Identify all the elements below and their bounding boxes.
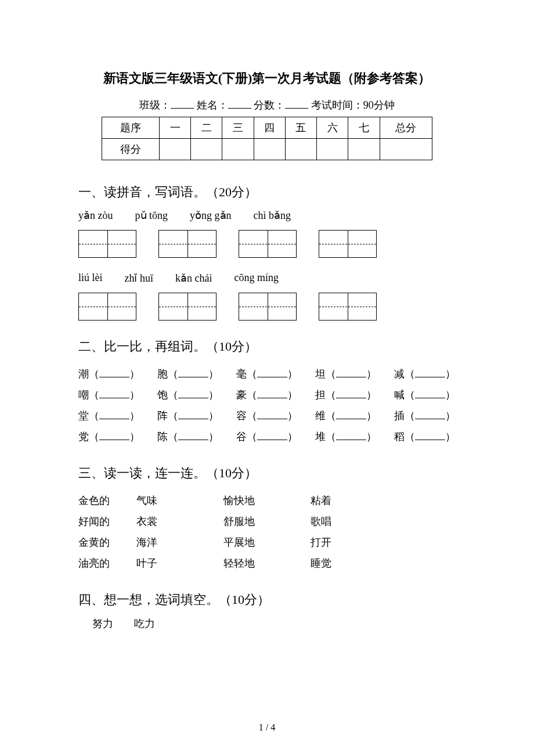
score-cell[interactable]	[380, 139, 432, 160]
class-label: 班级：	[139, 99, 171, 111]
char: 陈	[157, 431, 168, 442]
pinyin: yǎn zòu	[78, 209, 113, 222]
score-cell[interactable]	[348, 139, 380, 160]
char: 堆	[315, 431, 326, 442]
fill-blank[interactable]	[178, 429, 208, 440]
match-word: 好闻的	[78, 511, 136, 532]
char: 坦	[315, 368, 326, 380]
char: 谷	[236, 431, 247, 442]
char: 容	[236, 410, 247, 422]
pinyin: cōng míng	[234, 272, 279, 284]
score-cell[interactable]	[191, 139, 222, 160]
score-row1-label: 题序	[102, 117, 160, 139]
fill-blank[interactable]	[99, 429, 129, 440]
score-cell[interactable]	[160, 139, 191, 160]
fill-blank[interactable]	[99, 408, 129, 419]
char-box[interactable]	[319, 230, 377, 258]
pinyin: kǎn chái	[175, 272, 212, 285]
score-label: 分数：	[254, 99, 285, 111]
char-box[interactable]	[239, 293, 297, 321]
char-box[interactable]	[158, 230, 217, 258]
name-blank[interactable]	[228, 98, 251, 109]
page-title: 新语文版三年级语文(下册)第一次月考试题（附参考答案）	[78, 70, 456, 87]
char: 维	[315, 410, 326, 422]
fill-blank[interactable]	[99, 387, 129, 398]
fill-blank[interactable]	[336, 408, 366, 419]
match-word: 打开	[311, 532, 369, 553]
match-word: 油亮的	[78, 553, 136, 574]
score-cell[interactable]	[285, 139, 316, 160]
char: 担	[315, 389, 326, 401]
fill-blank[interactable]	[257, 429, 287, 440]
section-4-words: 努力 吃力	[92, 617, 456, 631]
box-row-2	[78, 293, 456, 321]
pinyin: yǒng gǎn	[190, 209, 232, 222]
char: 胞	[157, 368, 168, 380]
char-box[interactable]	[319, 293, 377, 321]
info-line: 班级： 姓名： 分数： 考试时间：90分钟	[78, 98, 456, 112]
match-word: 粘着	[311, 490, 369, 511]
score-cell[interactable]	[317, 139, 348, 160]
match-word: 轻轻地	[223, 553, 311, 574]
fill-blank[interactable]	[257, 408, 287, 419]
score-col: 五	[285, 117, 316, 139]
char: 饱	[157, 389, 168, 401]
pinyin-row-2: liú lèi zhǐ huī kǎn chái cōng míng	[78, 272, 456, 288]
fill-blank[interactable]	[415, 429, 445, 440]
char: 嘲	[78, 389, 89, 401]
match-word: 叶子	[136, 553, 223, 574]
match-word: 金黄的	[78, 532, 136, 553]
fill-blank[interactable]	[99, 366, 129, 377]
match-word: 金色的	[78, 490, 136, 511]
char: 毫	[236, 368, 247, 380]
fill-blank[interactable]	[178, 366, 208, 377]
section-3-title: 三、读一读，连一连。（10分）	[78, 465, 456, 482]
score-col: 六	[317, 117, 348, 139]
fill-blank[interactable]	[415, 408, 445, 419]
fill-blank[interactable]	[415, 387, 445, 398]
char-box[interactable]	[78, 293, 136, 321]
char-box[interactable]	[78, 230, 136, 258]
score-blank[interactable]	[285, 98, 308, 109]
char: 插	[394, 410, 405, 422]
pinyin: zhǐ huī	[125, 272, 154, 285]
match-word: 歌唱	[311, 511, 369, 532]
char: 堂	[78, 410, 89, 422]
pinyin: chì bǎng	[254, 209, 291, 222]
fill-blank[interactable]	[336, 429, 366, 440]
match-word: 舒服地	[223, 511, 311, 532]
name-label: 姓名：	[197, 99, 228, 111]
section-2-title: 二、比一比，再组词。（10分）	[78, 338, 456, 355]
char: 党	[78, 431, 89, 442]
fill-blank[interactable]	[178, 408, 208, 419]
box-row-1	[78, 230, 456, 258]
char: 稻	[394, 431, 405, 442]
char-box[interactable]	[239, 230, 297, 258]
time-label: 考试时间：90分钟	[311, 99, 395, 111]
match-word: 睡觉	[311, 553, 369, 574]
pinyin-row-1: yǎn zòu pǔ tōng yǒng gǎn chì bǎng	[78, 209, 456, 225]
score-table: 题序 一 二 三 四 五 六 七 总分 得分	[102, 117, 432, 160]
fill-blank[interactable]	[257, 387, 287, 398]
pinyin: liú lèi	[78, 272, 103, 284]
page-number: 1 / 4	[0, 722, 534, 733]
char: 喊	[394, 389, 405, 401]
char: 潮	[78, 368, 89, 380]
score-cell[interactable]	[222, 139, 254, 160]
fill-blank[interactable]	[415, 366, 445, 377]
match-word: 海洋	[136, 532, 223, 553]
fill-blank[interactable]	[336, 387, 366, 398]
char-box[interactable]	[158, 293, 217, 321]
char: 减	[394, 368, 405, 380]
section-2-body: 潮（） 胞（） 毫（） 坦（） 减（） 嘲（） 饱（） 豪（） 担（） 喊（） …	[78, 363, 456, 447]
pinyin: pǔ tōng	[135, 209, 168, 222]
section-1-title: 一、读拼音，写词语。（20分）	[78, 183, 456, 201]
match-word: 平展地	[223, 532, 311, 553]
score-col: 三	[222, 117, 254, 139]
fill-blank[interactable]	[336, 366, 366, 377]
fill-blank[interactable]	[257, 366, 287, 377]
class-blank[interactable]	[171, 98, 194, 109]
score-cell[interactable]	[254, 139, 285, 160]
fill-blank[interactable]	[178, 387, 208, 398]
score-col: 总分	[380, 117, 432, 139]
